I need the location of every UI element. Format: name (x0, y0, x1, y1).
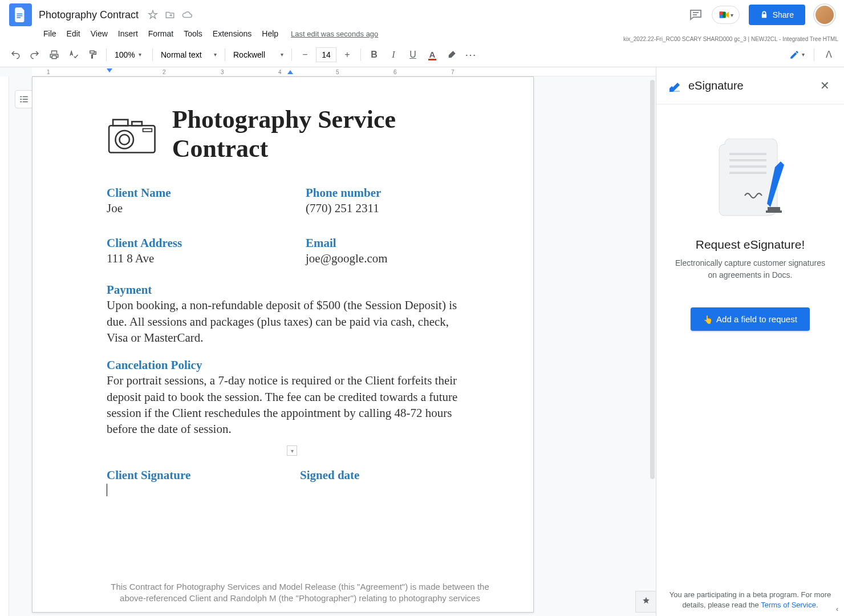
svg-rect-19 (143, 128, 152, 131)
panel-heading: Request eSignature! (696, 238, 805, 252)
client-name-label: Client Name (107, 186, 294, 200)
right-indent-marker[interactable] (287, 68, 293, 74)
svg-rect-0 (17, 14, 23, 15)
share-button[interactable]: Share (749, 5, 805, 25)
editor-pane: 1 2 3 4 5 6 7 (0, 67, 656, 616)
ruler-tick: 1 (47, 67, 50, 76)
panel-expand-button[interactable]: ‹ (833, 605, 842, 614)
bold-button[interactable]: B (366, 46, 383, 63)
highlight-button[interactable] (443, 46, 460, 63)
esignature-icon (668, 79, 681, 92)
docs-logo-icon[interactable] (9, 3, 32, 26)
share-label: Share (773, 10, 794, 19)
svg-rect-7 (719, 12, 723, 15)
svg-rect-20 (729, 153, 766, 155)
menu-format[interactable]: Format (144, 27, 178, 40)
move-icon[interactable] (165, 10, 175, 20)
ruler-tick: 2 (163, 67, 166, 76)
document-title[interactable]: Photography Contract (39, 9, 139, 21)
email-value: joe@google.com (306, 252, 493, 266)
italic-button[interactable]: I (385, 46, 402, 63)
menu-extensions[interactable]: Extensions (208, 27, 256, 40)
svg-rect-15 (113, 119, 128, 125)
first-line-indent-marker[interactable] (107, 68, 112, 74)
undo-button[interactable] (7, 46, 24, 63)
spellcheck-button[interactable] (65, 46, 82, 63)
menu-view[interactable]: View (86, 27, 112, 40)
last-edit-link[interactable]: Last edit was seconds ago (291, 30, 378, 38)
svg-rect-24 (768, 207, 780, 210)
account-avatar[interactable] (814, 5, 835, 25)
paragraph-style-select[interactable]: Normal text▾ (157, 48, 220, 62)
title-bar: Photography Contract ▾ Share (0, 0, 844, 25)
explore-button[interactable] (635, 591, 656, 613)
font-family-select[interactable]: Rockwell▾ (230, 48, 287, 62)
payment-body: Upon booking, a non-refundable deposit o… (107, 297, 472, 346)
workspace: 1 2 3 4 5 6 7 (0, 67, 844, 616)
add-field-button[interactable]: 👆Add a field to request (691, 307, 810, 331)
client-name-value: Joe (107, 201, 294, 216)
svg-rect-11 (23, 99, 28, 100)
ruler-tick: 7 (451, 67, 455, 76)
svg-rect-25 (766, 210, 782, 213)
cancel-label: Cancelation Policy (107, 358, 493, 372)
phone-value: (770) 251 2311 (306, 201, 493, 216)
signature-label: Client Signature (107, 468, 300, 483)
editing-mode-button[interactable]: ▾ (786, 47, 808, 62)
ruler-tick: 6 (393, 67, 397, 76)
menu-insert[interactable]: Insert (113, 27, 143, 40)
esignature-panel: eSignature ✕ Request eSignature! Ele (656, 67, 844, 616)
debug-build-info: kix_2022.22-Fri_RC00 SCARY SHARD000 gc_3… (623, 36, 838, 42)
more-tools-button[interactable]: ⋯ (462, 46, 480, 63)
svg-rect-10 (20, 99, 22, 100)
menu-edit[interactable]: Edit (62, 27, 85, 40)
menu-tools[interactable]: Tools (179, 27, 207, 40)
text-color-button[interactable]: A (424, 46, 441, 63)
hand-cursor-icon: 👆 (703, 315, 713, 324)
ruler-tick: 3 (221, 67, 224, 76)
chevron-down-icon: ▾ (139, 51, 141, 58)
outline-toggle-button[interactable] (15, 90, 33, 108)
beta-notice: You are participating in a beta program.… (668, 590, 833, 610)
vertical-scrollbar[interactable] (650, 80, 655, 479)
svg-rect-16 (132, 121, 142, 125)
svg-rect-23 (729, 172, 766, 174)
close-panel-button[interactable]: ✕ (817, 78, 833, 94)
signed-date-label: Signed date (300, 468, 493, 483)
document-icon (15, 7, 26, 22)
chevron-down-icon: ▾ (802, 51, 805, 58)
comment-history-icon[interactable] (689, 8, 703, 22)
meet-button[interactable]: ▾ (712, 6, 740, 24)
meet-icon (718, 9, 731, 21)
svg-rect-13 (23, 102, 28, 103)
zoom-select[interactable]: 100%▾ (111, 48, 148, 62)
horizontal-ruler[interactable]: 1 2 3 4 5 6 7 (32, 67, 656, 76)
lock-icon (760, 11, 768, 19)
redo-button[interactable] (26, 46, 43, 63)
pencil-icon (789, 50, 800, 60)
paint-format-button[interactable] (84, 46, 102, 63)
collapse-toolbar-button[interactable]: ᐱ (820, 46, 837, 63)
email-label: Email (306, 236, 493, 250)
cloud-status-icon[interactable] (182, 10, 192, 20)
menu-file[interactable]: File (39, 27, 61, 40)
print-button[interactable] (46, 46, 63, 63)
increase-font-button[interactable]: + (339, 46, 356, 63)
star-icon[interactable] (148, 10, 158, 20)
text-cursor (107, 484, 107, 496)
svg-rect-8 (20, 96, 22, 98)
svg-rect-22 (729, 165, 766, 168)
address-value: 111 8 Ave (107, 252, 294, 266)
terms-link[interactable]: Terms of Service (761, 601, 816, 609)
document-footer: This Contract for Photography Services a… (107, 581, 493, 605)
insert-field-marker[interactable]: ▾ (287, 445, 297, 456)
underline-button[interactable]: U (404, 46, 421, 63)
document-page[interactable]: Photography Service Contract Client Name… (32, 76, 534, 613)
vertical-ruler[interactable] (0, 76, 9, 616)
font-size-input[interactable]: 14 (316, 47, 336, 62)
svg-point-18 (119, 135, 129, 145)
svg-rect-1 (17, 15, 23, 17)
decrease-font-button[interactable]: − (297, 46, 314, 63)
menu-help[interactable]: Help (257, 27, 283, 40)
address-label: Client Address (107, 236, 294, 250)
